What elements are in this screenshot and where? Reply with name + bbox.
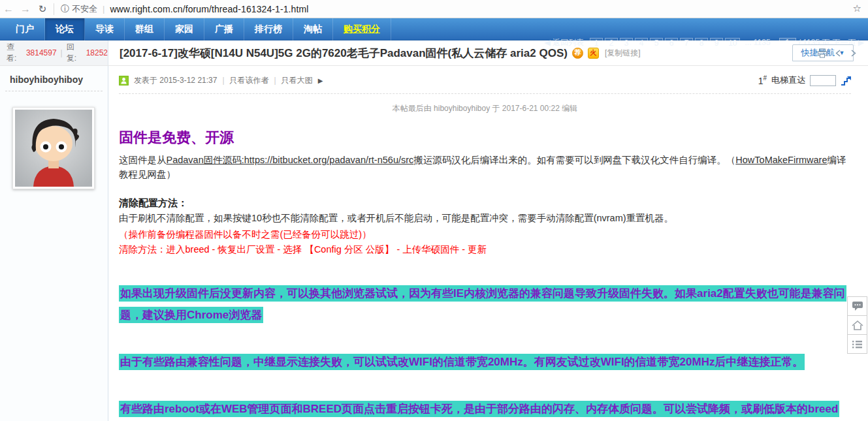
stats-divider: |: [61, 48, 63, 57]
navbar-items: 门户 论坛 导读 群组 家园 广播 排行榜 淘帖 购买积分: [0, 18, 868, 40]
hot-badge-icon: 火: [588, 48, 599, 59]
meta-divider: |: [222, 76, 224, 85]
url-divider: |: [103, 4, 104, 14]
browser-forward-icon[interactable]: →: [17, 3, 34, 15]
sidebar-divider: [5, 91, 103, 91]
thread-list-button[interactable]: [847, 334, 867, 354]
nav-item-guide[interactable]: 导读: [85, 18, 125, 40]
nav-item-home[interactable]: 家园: [165, 18, 204, 40]
browser-back-icon[interactable]: ←: [0, 3, 17, 15]
intro-text-pre: 这固件是从: [119, 155, 167, 165]
reply-button[interactable]: [847, 296, 867, 316]
home-icon: [852, 320, 863, 331]
print-icon[interactable]: [817, 48, 828, 58]
list-icon: [852, 339, 863, 349]
backup-warning: （操作前备份编程器固件以备不时之需(已经备份可以跳过)）: [119, 227, 851, 242]
views-label: 查看:: [7, 42, 24, 64]
padavan-source-link[interactable]: Padavan固件源码:https://bitbucket.org/padava…: [167, 155, 414, 165]
forum-navbar: 门户 论坛 导读 群组 家园 广播 排行榜 淘帖 购买积分 ◀ 返回列表 1 2…: [0, 18, 868, 40]
online-status-icon: [119, 76, 129, 86]
elevator-label: 电梯直达: [771, 74, 805, 86]
prev-thread-icon[interactable]: [834, 49, 843, 57]
nav-item-groups[interactable]: 群组: [125, 18, 165, 40]
highlight-paragraph-2: 由于有些路由兼容性问题，中继显示连接失败，可以试试改WIFI的信道带宽20MHz…: [119, 351, 849, 373]
nav-item-buy-credits[interactable]: 购买积分: [333, 18, 391, 40]
post-meta-left: 发表于 2015-3-12 21:37 | 只看该作者 | 只看大图 ▶: [119, 75, 323, 86]
only-images-link[interactable]: 只看大图: [281, 75, 313, 86]
clear-config-body: 由于刷机不清除配置，如果按键10秒也不能清除配置，或者开机后不能启动，可能是配置…: [119, 211, 851, 226]
floating-toolbar: [847, 297, 867, 354]
next-thread-icon[interactable]: [849, 49, 858, 57]
elevator-jump-icon[interactable]: [841, 76, 851, 86]
page: ← → ↻ ⓘ 不安全 | www.right.com.cn/forum/thr…: [0, 0, 868, 421]
browser-refresh-icon[interactable]: ↻: [34, 3, 51, 15]
thread-title: [2017-6-17]改华硕[N14U N54U]5G 2G的7620老毛子Pa…: [120, 46, 568, 61]
copy-link-button[interactable]: [复制链接]: [605, 48, 641, 59]
nav-item-taotie[interactable]: 淘帖: [293, 18, 333, 40]
post-meta-row: 发表于 2015-3-12 21:37 | 只看该作者 | 只看大图 ▶ 1# …: [119, 74, 851, 86]
browser-toolbar: ← → ↻ ⓘ 不安全 | www.right.com.cn/forum/thr…: [0, 0, 868, 18]
edit-note: 本帖最后由 hiboyhiboyhiboy 于 2017-6-21 00:22 …: [119, 103, 851, 114]
nav-item-broadcast[interactable]: 广播: [204, 18, 244, 40]
highlight-paragraph-3: 有些路由reboot或在WEB管理页面和BREED页面点击重启按钮卡死，是由于部…: [119, 398, 849, 421]
thread-stats: 查看: 3814597 | 回复: 18252: [0, 40, 108, 65]
address-url[interactable]: www.right.com.cn/forum/thread-161324-1-1…: [110, 4, 308, 14]
highlight-paragraph-1: 如果出现升级固件后没更新内容，可以换其他浏览器试试，因为有些IE内核浏览器的兼容…: [119, 283, 849, 326]
views-count: 3814597: [26, 48, 57, 57]
author-sidebar: hiboyhiboyhiboy: [0, 66, 108, 421]
intro-paragraph: 这固件是从Padavan固件源码:https://bitbucket.org/p…: [119, 153, 851, 181]
author-username[interactable]: hiboyhiboyhiboy: [0, 66, 108, 91]
thread-title-area: [2017-6-17]改华硕[N14U N54U]5G 2G的7620老毛子Pa…: [108, 40, 817, 65]
post-meta-separator: [119, 93, 851, 94]
post-meta-right: 1# 电梯直达: [758, 74, 851, 86]
only-author-link[interactable]: 只看该作者: [230, 75, 269, 86]
thread-header: 查看: 3814597 | 回复: 18252 [2017-6-17]改华硕[N…: [0, 40, 868, 66]
post-area: hiboyhiboyhiboy: [0, 66, 868, 421]
elevator-floor-input[interactable]: [810, 75, 836, 86]
avatar[interactable]: [12, 107, 95, 189]
play-arrow-icon: ▶: [318, 77, 323, 84]
bookmark-star-icon[interactable]: ☆: [853, 3, 861, 14]
nav-item-ranking[interactable]: 排行榜: [244, 18, 293, 40]
avatar-image: [15, 110, 92, 187]
clear-config-heading: 清除配置方法：: [119, 197, 851, 210]
meta-divider-2: |: [274, 76, 276, 85]
replies-count: 18252: [86, 48, 108, 57]
post-heading: 固件是免费、开源: [119, 128, 851, 148]
howto-firmware-link[interactable]: HowToMakeFirmware: [735, 155, 827, 165]
replies-label: 回复:: [67, 42, 84, 64]
post-content: 发表于 2015-3-12 21:37 | 只看该作者 | 只看大图 ▶ 1# …: [108, 66, 868, 421]
thread-header-tools: [817, 40, 868, 65]
comment-bubble-icon: [852, 301, 863, 311]
nav-item-forum[interactable]: 论坛: [45, 18, 85, 40]
floor-number: 1#: [758, 74, 767, 86]
security-label[interactable]: 不安全: [72, 3, 97, 15]
recommend-badge-icon: 荐: [572, 48, 583, 59]
nav-item-portal[interactable]: 门户: [5, 18, 45, 40]
back-to-top-button[interactable]: [847, 315, 867, 335]
address-bar-divider: [54, 3, 54, 15]
info-icon[interactable]: ⓘ: [61, 3, 69, 15]
posted-time: 发表于 2015-3-12 21:37: [134, 75, 217, 86]
intro-text-mid: 搬运源码汉化后编译出来的。如有需要可以到网盘下载汉化文件自行编译。（: [413, 155, 735, 165]
clear-steps-warning: 清除方法：进入breed - 恢复出厂设置 - 选择 【Config 分区 公版…: [119, 242, 851, 257]
